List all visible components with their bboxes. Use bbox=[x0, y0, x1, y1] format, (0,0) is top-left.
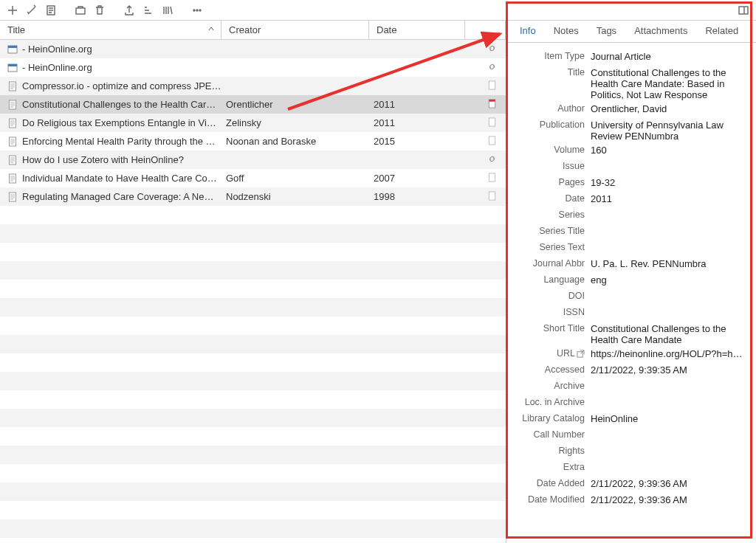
table-row[interactable]: Regulating Managed Care Coverage: A Ne…N… bbox=[0, 187, 506, 206]
detail-row: Languageeng bbox=[514, 272, 749, 288]
detail-label: Journal Abbr bbox=[514, 257, 591, 269]
feed-icon[interactable] bbox=[140, 2, 157, 18]
detail-label: Publication bbox=[514, 118, 591, 130]
table-row[interactable]: Do Religious tax Exemptions Entangle in … bbox=[0, 114, 506, 132]
detail-row: Date Added2/11/2022, 9:39:36 AM bbox=[514, 476, 749, 492]
svg-rect-19 bbox=[10, 156, 16, 165]
svg-rect-9 bbox=[8, 64, 17, 66]
svg-rect-23 bbox=[489, 191, 495, 199]
empty-row bbox=[0, 427, 506, 446]
table-row[interactable]: How do I use Zotero with HeinOnline? bbox=[0, 151, 506, 169]
tab-info[interactable]: Info bbox=[512, 21, 543, 42]
attachment-icon bbox=[487, 62, 497, 74]
detail-label: Author bbox=[514, 102, 591, 114]
export-icon[interactable] bbox=[121, 2, 137, 18]
tab-tags[interactable]: Tags bbox=[589, 21, 624, 42]
detail-value[interactable]: 2/11/2022, 9:39:36 AM bbox=[591, 493, 749, 505]
new-item-icon[interactable] bbox=[4, 2, 21, 18]
detail-label: Short Title bbox=[514, 322, 591, 333]
col-attachment[interactable] bbox=[465, 21, 506, 39]
detail-value[interactable] bbox=[591, 379, 749, 381]
empty-row bbox=[0, 261, 506, 280]
detail-value[interactable]: HeinOnline bbox=[591, 412, 749, 424]
table-row[interactable]: - HeinOnline.org bbox=[0, 58, 506, 77]
empty-row bbox=[0, 372, 506, 390]
table-row[interactable]: Enforcing Mental Health Parity through t… bbox=[0, 132, 506, 151]
table-row[interactable]: Compressor.io - optimize and compress JP… bbox=[0, 77, 506, 95]
detail-row: Date Modified2/11/2022, 9:39:36 AM bbox=[514, 492, 749, 508]
table-row[interactable]: Individual Mandate to Have Health Care C… bbox=[0, 169, 506, 187]
attachment-icon bbox=[487, 99, 497, 111]
item-type-icon bbox=[7, 44, 18, 55]
detail-label: Language bbox=[514, 273, 591, 285]
detail-value[interactable] bbox=[591, 241, 749, 242]
detail-value[interactable]: https://heinonline.org/HOL/P?h=h… bbox=[591, 347, 749, 359]
trash-icon[interactable] bbox=[92, 2, 108, 18]
detail-row: Volume160 bbox=[514, 142, 749, 159]
col-creator[interactable]: Creator bbox=[221, 21, 369, 39]
detail-row: Issue bbox=[514, 159, 749, 175]
detail-row: URLhttps://heinonline.org/HOL/P?h=h… bbox=[514, 346, 749, 362]
table-row[interactable]: Constitutional Challenges to the Health … bbox=[0, 95, 506, 114]
panel-toggle-icon[interactable] bbox=[735, 2, 752, 18]
item-title: Individual Mandate to Have Health Care C… bbox=[22, 173, 217, 184]
tab-related[interactable]: Related bbox=[698, 21, 746, 42]
detail-value[interactable]: 19-32 bbox=[591, 176, 749, 188]
attach-icon[interactable] bbox=[72, 2, 89, 18]
detail-value[interactable] bbox=[591, 395, 749, 397]
table-row[interactable]: - HeinOnline.org bbox=[0, 40, 506, 58]
detail-label: Loc. in Archive bbox=[514, 395, 591, 407]
detail-value[interactable]: Orentlicher, David bbox=[591, 102, 749, 114]
detail-value[interactable]: U. Pa. L. Rev. PENNumbra bbox=[591, 257, 749, 269]
detail-value[interactable] bbox=[591, 224, 749, 226]
item-title: Do Religious tax Exemptions Entangle in … bbox=[22, 117, 216, 128]
item-date: 2015 bbox=[369, 136, 465, 147]
detail-value[interactable] bbox=[591, 208, 749, 210]
detail-value[interactable]: University of Pennsylvania Law Review PE… bbox=[591, 118, 749, 142]
detail-value[interactable] bbox=[591, 428, 749, 429]
empty-row bbox=[0, 206, 506, 224]
detail-value[interactable]: 160 bbox=[591, 143, 749, 156]
col-title[interactable]: Title bbox=[0, 21, 221, 39]
detail-value[interactable]: 2/11/2022, 9:39:35 AM bbox=[591, 363, 749, 376]
detail-row: Accessed2/11/2022, 9:39:35 AM bbox=[514, 362, 749, 378]
attachment-icon bbox=[487, 80, 497, 92]
empty-row bbox=[0, 519, 506, 538]
detail-row: Item TypeJournal Article bbox=[514, 49, 749, 65]
detail-value[interactable]: Constitutional Challenges to the Health … bbox=[591, 66, 749, 100]
note-icon[interactable] bbox=[43, 2, 59, 18]
detail-value[interactable] bbox=[591, 289, 749, 291]
detail-value[interactable]: eng bbox=[591, 273, 749, 286]
sort-ascending-icon bbox=[207, 25, 215, 32]
detail-label: Date bbox=[514, 192, 591, 204]
item-title: - HeinOnline.org bbox=[22, 44, 92, 55]
detail-row: Short TitleConstitutional Challenges to … bbox=[514, 321, 749, 346]
svg-rect-17 bbox=[10, 137, 16, 146]
items-header: Title Creator Date bbox=[0, 21, 506, 40]
detail-value[interactable] bbox=[591, 159, 749, 161]
toolbar bbox=[0, 0, 756, 21]
col-date[interactable]: Date bbox=[369, 21, 465, 39]
tab-notes[interactable]: Notes bbox=[546, 21, 586, 42]
detail-label: Title bbox=[514, 66, 591, 77]
detail-value[interactable]: 2011 bbox=[591, 192, 749, 204]
detail-value[interactable] bbox=[591, 444, 749, 446]
detail-value[interactable]: Constitutional Challenges to the Health … bbox=[591, 322, 749, 345]
detail-value[interactable]: Journal Article bbox=[591, 49, 749, 62]
detail-row: Series Title bbox=[514, 224, 749, 240]
svg-rect-22 bbox=[10, 193, 16, 201]
detail-value[interactable] bbox=[591, 305, 749, 307]
detail-label: Rights bbox=[514, 444, 591, 456]
tab-attachments[interactable]: Attachments bbox=[627, 21, 695, 42]
empty-row bbox=[0, 446, 506, 464]
detail-value[interactable] bbox=[591, 460, 749, 462]
more-icon[interactable] bbox=[189, 2, 205, 18]
detail-label: DOI bbox=[514, 289, 591, 301]
detail-value[interactable]: 2/11/2022, 9:39:36 AM bbox=[591, 477, 749, 489]
library-icon[interactable] bbox=[159, 2, 176, 18]
items-list: - HeinOnline.org - HeinOnline.orgCompres… bbox=[0, 40, 506, 543]
wand-icon[interactable] bbox=[24, 2, 40, 18]
empty-row bbox=[0, 409, 506, 427]
item-creator: Zelinsky bbox=[221, 117, 369, 128]
detail-row: Loc. in Archive bbox=[514, 395, 749, 411]
